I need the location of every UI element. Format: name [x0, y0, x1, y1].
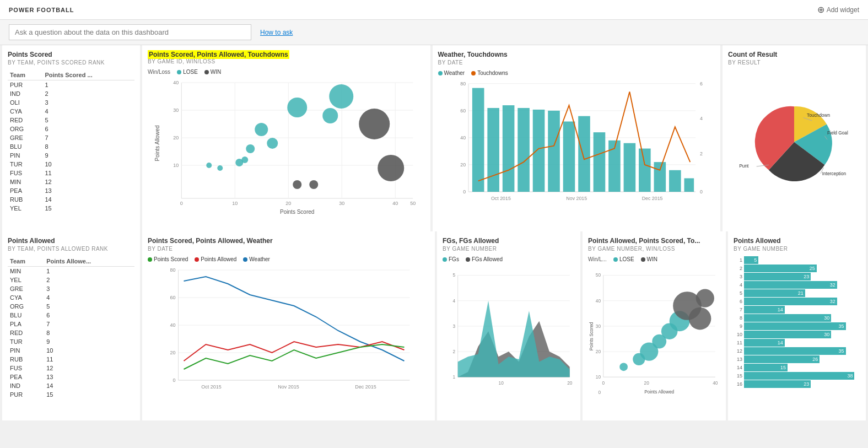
svg-text:20: 20 — [170, 350, 175, 355]
legend-ps: Points Scored — [148, 256, 188, 262]
legend-fgs: FGs — [443, 256, 459, 262]
table-row: PLA7 — [8, 320, 134, 328]
legend-win: WIN — [204, 69, 221, 75]
legend-win2: WIN — [641, 256, 657, 262]
bar-row: 1326 — [734, 355, 860, 363]
bar-row: 521 — [734, 289, 860, 297]
col-team-allowed: Team — [8, 256, 44, 267]
legend-w: Weather — [243, 256, 270, 262]
table-row: ORG6 — [8, 125, 134, 133]
table-row: CYA4 — [8, 293, 134, 302]
legend-lose: LOSE — [177, 69, 198, 75]
svg-text:10: 10 — [596, 374, 601, 380]
svg-text:30: 30 — [339, 201, 344, 206]
how-to-ask-link[interactable]: How to ask — [260, 29, 293, 36]
add-widget-button[interactable]: ⊕ Add widget — [817, 4, 859, 15]
svg-rect-65 — [669, 170, 681, 192]
col-points-scored: Points Scored ... — [43, 70, 135, 80]
svg-rect-66 — [684, 179, 694, 192]
table-row: RUB11 — [8, 355, 134, 364]
svg-rect-58 — [563, 121, 575, 192]
bar-row: 15 — [734, 256, 860, 264]
svg-text:4: 4 — [699, 116, 702, 121]
svg-text:Points Allowed: Points Allowed — [644, 389, 674, 395]
svg-text:Points Allowed: Points Allowed — [154, 125, 160, 161]
w-dot — [243, 257, 247, 262]
svg-point-127 — [619, 363, 628, 371]
col-team: Team — [8, 70, 43, 80]
table-row: GRE3 — [8, 284, 134, 293]
table-row: TUR10 — [8, 160, 134, 169]
bar-row: 1030 — [734, 331, 860, 338]
svg-text:20: 20 — [596, 349, 601, 354]
lose2-dot — [613, 257, 618, 262]
svg-text:4: 4 — [452, 298, 455, 304]
points-scored-table: Team Points Scored ... PUR1IND2OLI3CYA4R… — [8, 70, 134, 213]
bar-row: 830 — [734, 314, 860, 322]
bubble-chart-title: Points Scored, Points Allowed, Touchdown… — [148, 50, 289, 59]
svg-rect-62 — [623, 143, 635, 192]
top-row: Points Scored BY TEAM, POINTS SCORED RAN… — [0, 45, 868, 231]
bubble2-widget: Points Allowed, Points Scored, To... BY … — [583, 231, 726, 420]
svg-text:0: 0 — [598, 390, 601, 395]
svg-point-29 — [241, 156, 248, 163]
count-result-subtitle: BY RESULT — [728, 60, 860, 66]
svg-text:Interception: Interception — [822, 171, 847, 176]
svg-text:0: 0 — [699, 189, 702, 195]
svg-text:1: 1 — [452, 374, 455, 380]
line-chart-svg: 80 60 40 20 0 Oct 2015 Nov 2015 Dec 2015 — [148, 265, 429, 413]
svg-rect-55 — [517, 108, 530, 192]
svg-text:80: 80 — [460, 81, 466, 87]
table-row: RUB14 — [8, 195, 134, 204]
svg-point-135 — [696, 289, 714, 307]
svg-text:20: 20 — [644, 380, 650, 386]
svg-marker-108 — [458, 301, 570, 377]
svg-text:Nov 2015: Nov 2015 — [566, 196, 587, 201]
svg-text:Punt: Punt — [739, 163, 749, 169]
svg-text:Oct 2015: Oct 2015 — [201, 384, 222, 390]
weather-touchdowns-legend: Weather Touchdowns — [438, 70, 715, 76]
table-row: PEA13 — [8, 373, 134, 381]
svg-point-32 — [359, 109, 390, 139]
table-row: PEA13 — [8, 186, 134, 195]
table-row: MIN1 — [8, 267, 134, 276]
svg-text:60: 60 — [170, 295, 175, 300]
table-row: PIN10 — [8, 346, 134, 355]
svg-text:Dec 2015: Dec 2015 — [641, 196, 662, 201]
bar-row: 1235 — [734, 347, 860, 355]
line-chart-legend: Points Scored Points Allowed Weather — [148, 256, 429, 262]
table-row: BLU6 — [8, 311, 134, 320]
svg-rect-64 — [654, 162, 666, 192]
fgs-legend: FGs FGs Allowed — [443, 256, 575, 262]
table-row: ORG5 — [8, 302, 134, 311]
search-input[interactable] — [9, 24, 251, 40]
svg-point-22 — [329, 84, 353, 109]
weather-touchdowns-widget: Weather, Touchdowns BY DATE Weather Touc… — [433, 45, 721, 231]
weather-dot — [438, 71, 443, 75]
count-result-title: Count of Result — [728, 51, 860, 58]
touchdowns-dot — [471, 71, 476, 75]
bar-row: 935 — [734, 322, 860, 330]
svg-text:0: 0 — [602, 380, 605, 386]
svg-point-25 — [255, 123, 268, 136]
table-row: RED5 — [8, 116, 134, 125]
svg-text:2: 2 — [699, 151, 702, 156]
line-chart-subtitle: BY DATE — [148, 246, 429, 252]
svg-text:50: 50 — [410, 201, 416, 206]
bar-row: 1538 — [734, 372, 860, 380]
svg-point-26 — [267, 138, 278, 149]
svg-rect-63 — [639, 149, 651, 192]
points-allowed-table: Team Points Allowe... MIN1YEL2GRE3CYA4OR… — [8, 256, 134, 399]
fgs-title: FGs, FGs Allowed — [443, 237, 575, 245]
bubble-chart-widget: Points Scored, Points Allowed, Touchdown… — [142, 45, 430, 231]
svg-text:2: 2 — [452, 349, 455, 354]
legend-weather: Weather — [438, 70, 465, 76]
svg-text:5: 5 — [452, 272, 455, 278]
svg-rect-54 — [502, 105, 514, 192]
svg-point-30 — [206, 163, 212, 168]
top-bar: POWER FOOTBALL ⊕ Add widget — [0, 0, 868, 20]
svg-text:20: 20 — [567, 380, 573, 386]
bar-row: 1114 — [734, 339, 860, 347]
svg-rect-60 — [593, 132, 605, 192]
svg-point-31 — [217, 165, 223, 171]
